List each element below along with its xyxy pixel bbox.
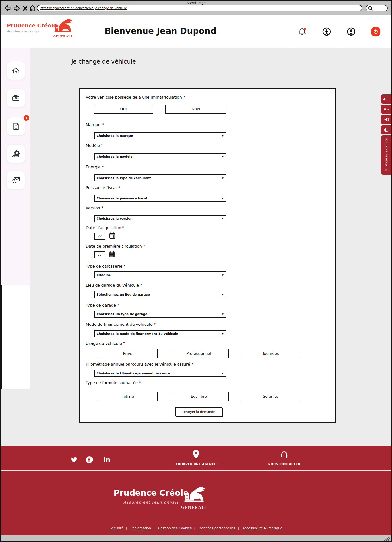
pointing-hand-icon: ☞ [384,168,388,171]
feedback-tab[interactable]: Votre avis compte ☞ [381,135,392,175]
field-label-energie: Energie * [86,165,104,169]
energie-select[interactable]: Choisissez le type de carburant ▼ [94,174,226,181]
link-separator: | [126,526,127,530]
field-label-date-acquisition: Date d'acquisition * [86,225,124,230]
resize-handle-icon[interactable] [382,535,391,541]
usage-prive-button[interactable]: Privé [98,349,158,358]
back-icon[interactable] [4,5,12,12]
calendar-icon[interactable] [109,251,116,258]
font-increase-button[interactable]: A + [381,94,392,104]
contact-us-link[interactable]: NOUS CONTACTER [257,450,311,466]
font-decrease-button[interactable]: A - [381,105,392,114]
url-bar[interactable]: https://espaceclient-prudencecreole/je-c… [37,5,362,11]
footer-brand-name: Prudence Créole [114,488,189,498]
date-circulation-input[interactable]: / / [94,251,105,258]
brand-name: Prudence Créole [7,23,57,29]
browser-chrome: A Web Page https://espaceclient-prudence… [0,0,392,15]
app-header: Prudence Créole Assurément réunionnais G… [0,15,392,48]
formule-equilibre-button[interactable]: Equilibre [169,392,229,401]
hand-gear-icon [11,149,21,159]
window-title: A Web Page [0,1,392,5]
formule-initiale-button[interactable]: Initiale [98,392,158,401]
date-acquisition-input[interactable]: / / [94,233,105,240]
type-garage-select[interactable]: Choisissez un type de garage ▼ [94,311,226,318]
field-label-marque: Marque * [86,122,104,127]
registration-yes-button[interactable]: OUI [94,105,153,114]
welcome-title: Bienvenue Jean Dupond [105,26,217,36]
sidebar-item-contracts[interactable] [7,89,25,107]
footer-link-cookies[interactable]: Gestion des Cookies [158,526,192,530]
chevron-down-icon: ▼ [220,311,226,317]
submit-button[interactable]: Envoyer la demande [175,407,222,416]
home-icon [11,66,21,75]
sidebar-item-documents[interactable] [7,117,25,136]
profile-button[interactable] [339,15,363,48]
accessibility-button[interactable] [314,15,339,48]
field-label-carrosserie: Type de carosserie * [86,264,125,269]
field-label-puissance: Puissance fiscal * [86,185,120,190]
footer-link-accessibilite[interactable]: Accessibilité Numérique [243,526,282,530]
field-label-formule: Type de formule souhaitée * [86,380,141,385]
map-pin-icon [193,450,199,459]
facebook-icon[interactable] [86,456,93,463]
version-select[interactable]: Choisissez la version ▼ [94,215,226,222]
logout-button[interactable] [363,15,388,48]
briefcase-icon [11,93,21,103]
brand-logo: Prudence Créole Assurément réunionnais G… [1,15,74,48]
window-bottom-strip [0,535,392,542]
text-to-speech-button[interactable] [381,115,392,124]
stop-icon[interactable] [23,6,28,11]
home-icon[interactable] [29,4,36,12]
linkedin-icon[interactable]: in [103,456,111,463]
marque-placeholder: Choisissez la marque [95,133,220,139]
footer-generali-logo: GENERALI [181,485,208,510]
field-label-kilometrage: Kilométrage annuel parcouru avec le véhi… [86,362,193,367]
url-text[interactable]: https://espaceclient-prudencecreole/je-c… [40,6,127,10]
usage-professionnel-button[interactable]: Professionnel [169,349,229,358]
financement-select[interactable]: Choisissez le mode de financement du véh… [94,330,226,337]
field-label-lieu-garage: Lieu de garage du véhicule * [86,283,142,288]
chevron-down-icon: ▼ [220,272,226,278]
marque-select[interactable]: Choisissez la marque ▼ [94,132,226,139]
forward-icon[interactable] [12,5,20,12]
usage-tournees-button[interactable]: Tournées [241,349,300,358]
accessibility-icon [322,27,331,36]
carrosserie-select[interactable]: Citadine ▼ [94,271,226,278]
type-garage-placeholder: Choisissez un type de garage [95,311,220,317]
twitter-icon[interactable] [70,456,78,463]
sidebar-item-contact[interactable] [7,171,25,189]
contrast-button[interactable] [381,125,392,134]
lieu-garage-select[interactable]: Sélectionnez un lieu de garage ▼ [94,291,226,298]
date-placeholder: / / [98,253,101,256]
formule-option-label: Equilibre [191,394,207,399]
footer-link-reclamation[interactable]: Réclamation [131,526,151,530]
moon-icon [384,127,389,132]
footer-link-donnees[interactable]: Données personnelles [199,526,235,530]
kilometrage-select[interactable]: Choisissez le kilométrage annuel parcour… [94,370,226,377]
formule-serenite-button[interactable]: Sérénité [241,392,300,401]
notifications-button[interactable] [290,15,314,48]
carrosserie-value: Citadine [95,272,220,278]
document-icon [11,122,21,131]
chevron-down-icon: ▼ [220,331,226,337]
generali-lion-icon [183,485,205,503]
browser-search-box[interactable] [366,5,388,11]
generali-lion-icon [53,17,72,33]
find-agency-link[interactable]: TROUVER UNE AGENCE [169,450,223,466]
generali-wordmark: GENERALI [53,34,73,38]
documents-badge: 1 [24,115,29,121]
footer-divider [0,470,392,471]
field-label-usage: Usage du véhicule * [86,341,125,346]
sidebar-item-services[interactable] [7,145,25,163]
bell-icon [297,27,307,36]
generali-logo: GENERALI [53,17,73,38]
font-increase-label: A + [383,97,389,101]
footer-link-securite[interactable]: Sécurité [110,526,123,530]
puissance-select[interactable]: Choisissez la puissance fiscal ▼ [94,195,226,202]
sidebar-item-home[interactable] [7,61,25,80]
registration-no-button[interactable]: NON [165,105,226,114]
modele-select[interactable]: Choisissez le modèle ▼ [94,153,226,160]
calendar-icon[interactable] [109,232,116,239]
brand-tagline: Assurément réunionnais [7,30,40,33]
footer-brand-tagline: Assurément réunionnais [123,500,179,505]
